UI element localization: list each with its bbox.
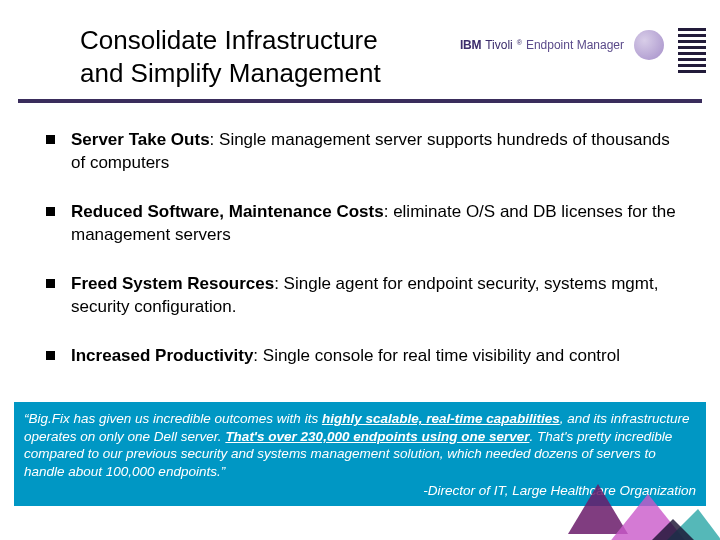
brand-text: IBM Tivoli ® Endpoint Manager: [460, 38, 624, 52]
bullet-icon: [46, 351, 55, 360]
brand-ibm: IBM: [460, 38, 481, 52]
list-item: Freed System Resources: Single agent for…: [46, 273, 680, 319]
ibm-logo-icon: [678, 28, 706, 73]
bullet-text: Reduced Software, Maintenance Costs: eli…: [71, 201, 680, 247]
bullet-text: Freed System Resources: Single agent for…: [71, 273, 680, 319]
slide-title: Consolidate Infrastructure and Simplify …: [80, 24, 420, 89]
svg-marker-2: [658, 509, 720, 540]
bullet-rest: : Single console for real time visibilit…: [253, 346, 620, 365]
bullet-icon: [46, 207, 55, 216]
bullet-bold: Reduced Software, Maintenance Costs: [71, 202, 384, 221]
quote-underline: That's over 230,000 endpoints using one …: [225, 429, 529, 444]
list-item: Increased Productivity: Single console f…: [46, 345, 680, 368]
bullet-bold: Server Take Outs: [71, 130, 210, 149]
brand-tivoli: Tivoli: [485, 38, 513, 52]
bullet-text: Increased Productivity: Single console f…: [71, 345, 620, 368]
title-line-2: and Simplify Management: [80, 58, 381, 88]
list-item: Server Take Outs: Single management serv…: [46, 129, 680, 175]
bullet-icon: [46, 279, 55, 288]
bullet-text: Server Take Outs: Single management serv…: [71, 129, 680, 175]
brand-registered: ®: [517, 39, 522, 46]
title-line-1: Consolidate Infrastructure: [80, 25, 378, 55]
brand-product: Endpoint Manager: [526, 38, 624, 52]
bullet-bold: Increased Productivity: [71, 346, 253, 365]
brand-block: IBM Tivoli ® Endpoint Manager: [460, 30, 664, 60]
bullet-bold: Freed System Resources: [71, 274, 274, 293]
list-item: Reduced Software, Maintenance Costs: eli…: [46, 201, 680, 247]
quote-part: “Big.Fix has given us incredible outcome…: [24, 411, 322, 426]
content-area: Server Take Outs: Single management serv…: [0, 103, 720, 368]
svg-marker-3: [638, 519, 708, 540]
quote-box: “Big.Fix has given us incredible outcome…: [14, 402, 706, 506]
bullet-icon: [46, 135, 55, 144]
header: Consolidate Infrastructure and Simplify …: [0, 0, 720, 89]
quote-underline: highly scalable, real-time capabilities: [322, 411, 560, 426]
planet-icon: [634, 30, 664, 60]
quote-attribution: -Director of IT, Large Healthcare Organi…: [24, 482, 696, 500]
